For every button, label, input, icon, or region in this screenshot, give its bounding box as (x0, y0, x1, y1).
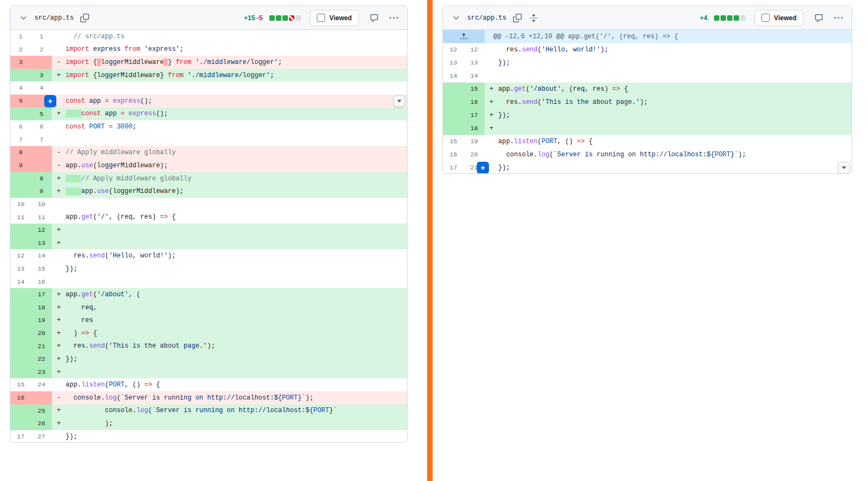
new-line-number[interactable]: 6 (31, 120, 52, 133)
old-line-number[interactable]: 10 (10, 198, 31, 211)
old-line-number[interactable] (10, 301, 31, 314)
new-line-number[interactable]: 10 (31, 198, 52, 211)
new-line-number[interactable] (31, 391, 52, 404)
old-line-number[interactable]: 13 (443, 56, 464, 69)
new-line-number[interactable]: 22 (31, 353, 52, 366)
new-line-number[interactable]: 19 (464, 135, 485, 148)
new-line-number[interactable]: 7 (31, 133, 52, 146)
viewed-checkbox[interactable] (761, 14, 770, 22)
new-line-number[interactable]: 27 (31, 430, 52, 443)
new-line-number[interactable]: 21 (31, 340, 52, 353)
new-line-number[interactable]: 2 (31, 43, 52, 56)
kebab-menu-button[interactable] (388, 13, 399, 24)
viewed-toggle[interactable]: Viewed (754, 10, 804, 26)
new-line-number[interactable]: 15 (31, 262, 52, 275)
old-line-number[interactable]: 8 (10, 146, 31, 159)
new-line-number[interactable]: 14 (31, 249, 52, 262)
add-line-comment-button[interactable]: + (477, 162, 489, 174)
new-line-number[interactable]: 23 (31, 366, 52, 379)
old-line-number[interactable]: 3 (10, 56, 31, 69)
old-line-number[interactable] (10, 185, 31, 198)
old-line-number[interactable]: 9 (10, 159, 31, 172)
collapse-file-button[interactable] (18, 13, 29, 24)
new-line-number[interactable]: 3 (31, 69, 52, 82)
copy-path-button[interactable] (512, 13, 523, 24)
old-line-number[interactable]: 15 (10, 378, 31, 391)
new-line-number[interactable]: 17 (31, 288, 52, 301)
new-line-number[interactable] (31, 56, 52, 69)
new-line-number[interactable] (31, 146, 52, 159)
new-line-number[interactable]: 11 (31, 211, 52, 224)
old-line-number[interactable] (10, 69, 31, 82)
new-line-number[interactable]: 20 (31, 327, 52, 340)
expand-hunk-button[interactable] (443, 30, 485, 43)
new-line-number[interactable]: 9 (31, 185, 52, 198)
old-line-number[interactable] (10, 288, 31, 301)
new-line-number[interactable]: 18 (464, 122, 485, 135)
old-line-number[interactable] (443, 109, 464, 122)
old-line-number[interactable]: 17 (10, 430, 31, 443)
new-line-number[interactable]: 13 (464, 56, 485, 69)
new-line-number[interactable]: 12 (31, 224, 52, 237)
new-line-number[interactable]: 14 (464, 69, 485, 83)
old-line-number[interactable]: 14 (443, 69, 464, 83)
viewed-toggle[interactable]: Viewed (310, 10, 359, 26)
old-line-number[interactable]: 11 (10, 211, 31, 224)
new-line-number[interactable]: 8 (31, 172, 52, 185)
old-line-number[interactable] (10, 404, 31, 418)
new-line-number[interactable]: 19 (31, 314, 52, 327)
old-line-number[interactable] (10, 314, 31, 327)
expand-all-hunks-button[interactable] (528, 13, 539, 24)
new-line-number[interactable]: 4 (31, 81, 52, 95)
kebab-menu-button[interactable] (833, 13, 844, 24)
old-line-number[interactable]: 2 (10, 43, 31, 56)
old-line-number[interactable] (10, 327, 31, 340)
old-line-number[interactable]: 15 (443, 135, 464, 148)
line-menu-button[interactable] (838, 162, 850, 174)
old-line-number[interactable] (10, 108, 31, 121)
file-comment-button[interactable] (813, 13, 824, 24)
new-line-number[interactable] (31, 159, 52, 172)
line-menu-button[interactable] (393, 95, 405, 107)
old-line-number[interactable] (443, 122, 464, 135)
old-line-number[interactable]: 16 (443, 148, 464, 161)
old-line-number[interactable] (10, 417, 31, 430)
old-line-number[interactable] (443, 96, 464, 109)
old-line-number[interactable] (443, 83, 464, 96)
old-line-number[interactable] (10, 172, 31, 185)
new-line-number[interactable]: 26 (31, 417, 52, 430)
old-line-number[interactable] (10, 353, 31, 366)
new-line-number[interactable]: 16 (31, 275, 52, 289)
new-line-number[interactable]: 18 (31, 301, 52, 314)
old-line-number[interactable]: 14 (10, 275, 31, 289)
old-line-number[interactable]: 4 (10, 81, 31, 95)
old-line-number[interactable] (10, 366, 31, 379)
file-comment-button[interactable] (369, 13, 380, 24)
viewed-checkbox[interactable] (317, 14, 325, 22)
new-line-number[interactable]: 16 (464, 96, 485, 109)
new-line-number[interactable]: 5 (31, 108, 52, 121)
copy-path-button[interactable] (79, 13, 90, 24)
new-line-number[interactable]: 13 (31, 237, 52, 250)
new-line-number[interactable]: 17 (464, 109, 485, 122)
split-resizer[interactable] (427, 0, 433, 481)
old-line-number[interactable] (10, 237, 31, 250)
new-line-number[interactable]: 15 (464, 83, 485, 96)
old-line-number[interactable]: 12 (443, 43, 464, 56)
new-line-number[interactable]: 24 (31, 378, 52, 391)
old-line-number[interactable]: 5 (10, 95, 31, 108)
old-line-number[interactable]: 12 (10, 249, 31, 262)
add-line-comment-button[interactable]: + (44, 95, 56, 107)
old-line-number[interactable]: 17 (443, 161, 464, 174)
old-line-number[interactable]: 16 (10, 391, 31, 404)
new-line-number[interactable]: 12 (464, 43, 485, 56)
old-line-number[interactable]: 13 (10, 262, 31, 275)
new-line-number[interactable]: 1 (31, 30, 52, 43)
new-line-number[interactable]: 20 (464, 148, 485, 161)
old-line-number[interactable]: 7 (10, 133, 31, 146)
old-line-number[interactable]: 1 (10, 30, 31, 43)
collapse-file-button[interactable] (451, 13, 462, 24)
new-line-number[interactable]: 25 (31, 404, 52, 418)
old-line-number[interactable] (10, 340, 31, 353)
old-line-number[interactable] (10, 224, 31, 237)
